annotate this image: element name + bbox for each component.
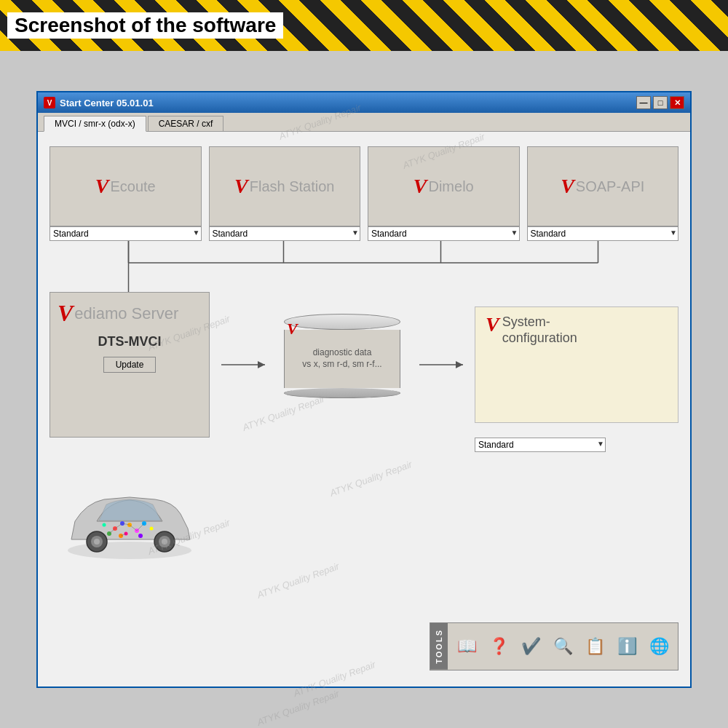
flash-dropdown[interactable]: Standard bbox=[209, 226, 361, 241]
svg-point-17 bbox=[162, 539, 167, 545]
connector-lines-svg bbox=[50, 241, 678, 292]
tool-icon-question[interactable]: ❓ bbox=[486, 633, 512, 660]
svg-marker-10 bbox=[456, 361, 463, 368]
tool-icon-info[interactable]: ℹ️ bbox=[614, 633, 640, 660]
vediamo-dts: DTS-MVCI bbox=[58, 334, 202, 349]
dropdown-row: Standard ▼ Standard ▼ bbox=[50, 226, 678, 241]
svg-point-26 bbox=[103, 523, 106, 527]
flash-station-label: Flash Station bbox=[250, 178, 335, 195]
tool-icon-book[interactable]: 📖 bbox=[454, 633, 480, 660]
right-connector-svg bbox=[419, 306, 463, 423]
update-button[interactable]: Update bbox=[103, 357, 157, 373]
sysconfig-dropdown[interactable]: Standard bbox=[475, 438, 606, 452]
window-controls: — □ ✕ bbox=[636, 96, 684, 109]
main-area: ATYK Quality Repair ATYK Quality Repair … bbox=[0, 51, 728, 728]
app-boxes-row: V Ecoute V Flash Station V Dimelo bbox=[50, 146, 678, 226]
diag-data-values: vs x, sm r-d, sm r-f... bbox=[302, 359, 381, 369]
tab-caesar[interactable]: CAESAR / cxf bbox=[148, 116, 224, 131]
title-icon: V bbox=[44, 97, 55, 108]
ecoute-dropdown[interactable]: Standard bbox=[50, 226, 202, 241]
cylinder: V diagnostic data vs x, sm r-d, sm r-f..… bbox=[284, 314, 400, 398]
app-box-dimelo: V Dimelo bbox=[368, 146, 520, 226]
minimize-button[interactable]: — bbox=[636, 96, 651, 109]
sysconfig-wrapper: V System- configuration Standard bbox=[475, 292, 678, 452]
tools-icons: 📖 ❓ ✔️ 🔍 📋 ℹ️ 🌐 bbox=[448, 629, 678, 664]
dimelo-label: Dimelo bbox=[428, 178, 473, 195]
cylinder-body: diagnostic data vs x, sm r-d, sm r-f... bbox=[284, 330, 400, 388]
watermark-bottom-2: ATYK Quality Repair bbox=[256, 688, 341, 728]
cylinder-v-letter: V bbox=[287, 320, 298, 339]
app-box-ecoute: V Ecoute bbox=[50, 146, 202, 226]
sysconfig-line2: configuration bbox=[502, 331, 577, 347]
vediamo-v-letter: V bbox=[58, 300, 73, 327]
car-illustration bbox=[50, 467, 210, 583]
tab-mvci[interactable]: MVCI / smr-x (odx-x) bbox=[44, 116, 146, 132]
flash-station-v-letter: V bbox=[234, 175, 248, 198]
app-box-soap-api: V SOAP-API bbox=[527, 146, 679, 226]
dropdown-soap: Standard ▼ bbox=[527, 226, 679, 241]
dialog-title: V Start Center 05.01.01 bbox=[44, 97, 154, 108]
tool-icon-log[interactable]: 📋 bbox=[582, 633, 608, 660]
dropdown-ecoute: Standard ▼ bbox=[50, 226, 202, 241]
tools-bar: TOOLS 📖 ❓ ✔️ 🔍 📋 ℹ️ 🌐 bbox=[430, 622, 678, 670]
dialog-title-text: Start Center 05.01.01 bbox=[60, 98, 154, 108]
vediamo-server-box: V ediamo Server DTS-MVCI Update bbox=[50, 292, 210, 438]
soap-api-label: SOAP-API bbox=[576, 178, 644, 195]
dialog-titlebar: V Start Center 05.01.01 — □ ✕ bbox=[38, 92, 690, 113]
cylinder-bottom bbox=[284, 388, 400, 398]
ecoute-v-letter: V bbox=[95, 175, 109, 198]
soap-api-v-letter: V bbox=[561, 175, 574, 198]
svg-point-25 bbox=[138, 534, 143, 538]
dialog-body: V Ecoute V Flash Station V Dimelo bbox=[38, 132, 690, 685]
svg-marker-8 bbox=[258, 361, 265, 368]
tab-bar: MVCI / smr-x (odx-x) CAESAR / cxf bbox=[38, 113, 690, 132]
svg-point-14 bbox=[94, 539, 100, 545]
main-dialog: V Start Center 05.01.01 — □ ✕ MVCI / smr… bbox=[36, 91, 692, 688]
sysconfig-v-letter: V bbox=[486, 314, 499, 335]
tool-icon-web[interactable]: 🌐 bbox=[646, 633, 672, 660]
maximize-button[interactable]: □ bbox=[653, 96, 668, 109]
system-config-box: V System- configuration bbox=[475, 306, 678, 423]
middle-connector-svg bbox=[221, 306, 265, 423]
soap-dropdown[interactable]: Standard bbox=[527, 226, 679, 241]
diagnostic-data-box: V diagnostic data vs x, sm r-d, sm r-f..… bbox=[277, 314, 408, 398]
sysconfig-line1: System- bbox=[502, 314, 577, 331]
dimelo-dropdown[interactable]: Standard bbox=[368, 226, 520, 241]
car-svg bbox=[57, 478, 202, 572]
cylinder-top bbox=[284, 314, 400, 330]
top-banner: Screenshot of the software bbox=[0, 0, 728, 51]
banner-text: Screenshot of the software bbox=[7, 12, 283, 39]
dimelo-v-letter: V bbox=[414, 175, 427, 198]
diag-data-label: diagnostic data bbox=[313, 347, 372, 357]
dropdown-dimelo: Standard ▼ bbox=[368, 226, 520, 241]
bottom-section: V ediamo Server DTS-MVCI Update V bbox=[50, 292, 678, 452]
dropdown-flash: Standard ▼ bbox=[209, 226, 361, 241]
vediamo-title-text: ediamo Server bbox=[74, 304, 178, 323]
tools-label: TOOLS bbox=[430, 623, 448, 670]
ecoute-label: Ecoute bbox=[110, 178, 155, 195]
car-tools-row: TOOLS 📖 ❓ ✔️ 🔍 📋 ℹ️ 🌐 bbox=[50, 459, 678, 583]
app-box-flash-station: V Flash Station bbox=[209, 146, 361, 226]
tool-icon-search[interactable]: 🔍 bbox=[550, 633, 576, 660]
close-button[interactable]: ✕ bbox=[670, 96, 684, 109]
sysconfig-dropdown-row: Standard ▼ bbox=[475, 438, 678, 452]
svg-point-27 bbox=[150, 527, 154, 531]
tool-icon-check[interactable]: ✔️ bbox=[518, 633, 544, 660]
